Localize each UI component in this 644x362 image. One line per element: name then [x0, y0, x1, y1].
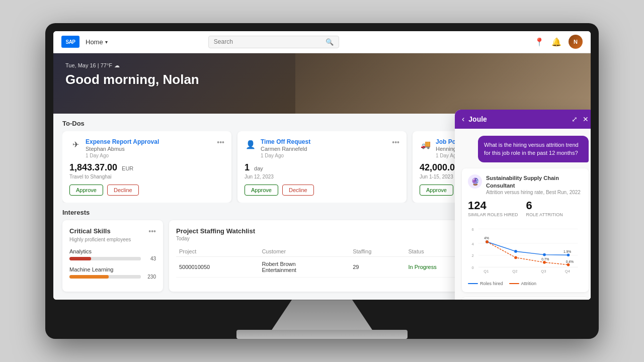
- expense-icon: ✈: [69, 139, 82, 151]
- svg-text:4: 4: [472, 242, 474, 246]
- joule-chart-legend: Roles hired Attrition: [468, 281, 583, 286]
- avatar[interactable]: N: [569, 35, 583, 49]
- stat-attr-value: 6: [526, 200, 563, 211]
- legend-roles-line: [468, 283, 478, 284]
- timeoff-date: 1 Day Ago: [261, 153, 310, 158]
- critical-skills-card: Critical Skills Highly proficient employ…: [62, 220, 163, 292]
- svg-point-9: [514, 250, 517, 253]
- row-staffing-num: 29: [350, 257, 405, 278]
- legend-attrition-line: [509, 283, 519, 284]
- hero-banner: Tue, May 16 | 77°F ☁ Good morning, Nolan: [53, 53, 591, 114]
- joule-panel: ‹ Joule ⤢ ✕ What is the hiring versus at…: [455, 110, 591, 300]
- search-input[interactable]: [214, 38, 323, 45]
- svg-point-10: [543, 253, 546, 256]
- joule-close-icon[interactable]: ✕: [583, 115, 589, 123]
- ml-bar-bg: [69, 275, 141, 279]
- home-nav[interactable]: Home ▾: [86, 38, 108, 46]
- timeoff-title: Time Off Request: [261, 138, 310, 146]
- joule-back-button[interactable]: ‹: [462, 115, 464, 124]
- expense-title: Expense Report Approval: [86, 138, 159, 146]
- job-icon: 🚚: [420, 139, 432, 151]
- joule-chart: 6 4 2 0: [468, 222, 583, 277]
- monitor-stand: [272, 300, 372, 330]
- row-project: 5000010050: [176, 257, 259, 278]
- app-header: SAP Home ▾ 🔍 📍 🔔 N: [53, 31, 591, 53]
- timeoff-person: Carmen Rannefeld: [261, 146, 310, 152]
- expense-more-icon[interactable]: •••: [217, 138, 224, 146]
- monitor-base: [236, 330, 408, 339]
- svg-point-14: [543, 261, 546, 264]
- legend-attrition-label: Attrition: [521, 281, 537, 286]
- timeoff-amount: 1 day: [245, 162, 399, 173]
- expense-amount: 1,843.37.00 EUR: [69, 162, 224, 173]
- timeoff-decline-button[interactable]: Decline: [282, 185, 314, 196]
- todo-card-expense: ✈ Expense Report Approval Stephan Abmus …: [62, 131, 231, 203]
- ml-label: Machine Learning: [69, 266, 156, 273]
- stat-attrition: 6 ROLE ATTRITION: [526, 200, 563, 217]
- location-icon[interactable]: 📍: [534, 37, 544, 47]
- legend-attrition: Attrition: [509, 281, 537, 286]
- svg-text:0.4%: 0.4%: [566, 260, 574, 263]
- ml-bar-fill: [69, 275, 109, 279]
- analytics-count: 43: [144, 256, 156, 261]
- timeoff-date-range: Jun 12, 2023: [245, 174, 399, 179]
- col-staffing: Staffing: [350, 246, 405, 257]
- hero-date: Tue, May 16 | 77°F ☁: [65, 62, 579, 69]
- stat-roles-value: 124: [468, 200, 518, 211]
- svg-text:Q2: Q2: [512, 269, 517, 274]
- joule-expand-icon[interactable]: ⤢: [572, 115, 578, 123]
- analytics-skill-row: Analytics 43: [69, 248, 156, 261]
- svg-text:6: 6: [472, 228, 474, 232]
- sap-logo: SAP: [61, 36, 79, 48]
- joule-summary: The attrition went up in the last 3 quar…: [462, 297, 589, 300]
- expense-desc: Travel to Shanghai: [69, 174, 224, 179]
- critical-skills-subtitle: Highly proficient employees: [69, 237, 131, 242]
- expense-date: 1 Day Ago: [86, 153, 159, 158]
- expense-decline-button[interactable]: Decline: [107, 185, 139, 196]
- svg-point-13: [514, 256, 517, 259]
- svg-text:1.9%: 1.9%: [564, 250, 571, 253]
- legend-roles-label: Roles hired: [480, 281, 503, 286]
- critical-skills-more-icon[interactable]: •••: [148, 227, 156, 235]
- expense-approve-button[interactable]: Approve: [69, 185, 103, 196]
- critical-skills-title: Critical Skills: [69, 227, 131, 235]
- analytics-bar-fill: [69, 257, 91, 260]
- stat-attr-label: ROLE ATTRITION: [526, 212, 563, 217]
- svg-text:4%: 4%: [484, 237, 489, 240]
- ml-skill-row: Machine Learning 230: [69, 266, 156, 280]
- analytics-label: Analytics: [69, 248, 156, 254]
- search-icon: 🔍: [326, 38, 334, 46]
- stat-roles-hired: 124 SIMILAR ROLES HIRED: [468, 200, 518, 217]
- svg-text:0: 0: [472, 266, 474, 270]
- stat-roles-label: SIMILAR ROLES HIRED: [468, 212, 518, 217]
- job-approve-button[interactable]: Approve: [420, 185, 453, 196]
- timeoff-approve-button[interactable]: Approve: [245, 185, 278, 196]
- home-label: Home: [86, 38, 103, 46]
- joule-stats: 124 SIMILAR ROLES HIRED 6 ROLE ATTRITION: [468, 200, 583, 217]
- timeoff-icon: 👤: [245, 139, 257, 151]
- timeoff-more-icon[interactable]: •••: [392, 138, 399, 146]
- weather-icon: ☁: [114, 62, 120, 69]
- col-project: Project: [176, 246, 259, 257]
- joule-card-icon: 🔮: [468, 174, 482, 189]
- joule-user-message: What is the hiring versus attrition tren…: [478, 136, 589, 162]
- svg-text:Q3: Q3: [541, 269, 546, 274]
- search-bar[interactable]: 🔍: [208, 36, 339, 48]
- svg-text:Q1: Q1: [484, 269, 489, 274]
- nav-chevron-icon: ▾: [105, 39, 108, 45]
- notification-icon[interactable]: 🔔: [551, 37, 561, 47]
- ml-count: 230: [144, 274, 156, 280]
- legend-roles-hired: Roles hired: [468, 281, 503, 286]
- svg-text:0.7%: 0.7%: [541, 257, 549, 261]
- joule-title: Joule: [468, 115, 487, 123]
- svg-text:Q4: Q4: [565, 269, 570, 274]
- svg-point-11: [567, 254, 570, 257]
- joule-response-card: 🔮 Sustainability Supply Chain Consultant…: [462, 168, 589, 292]
- joule-card-subtitle: Attrition versus hiring rate, Best Run, …: [486, 190, 583, 195]
- col-customer: Customer: [259, 246, 350, 257]
- expense-person: Stephan Abmus: [86, 146, 159, 152]
- analytics-bar-bg: [69, 257, 141, 260]
- joule-header: ‹ Joule ⤢ ✕: [455, 110, 591, 129]
- joule-card-title: Sustainability Supply Chain Consultant: [486, 174, 583, 190]
- hero-greeting: Good morning, Nolan: [65, 72, 579, 87]
